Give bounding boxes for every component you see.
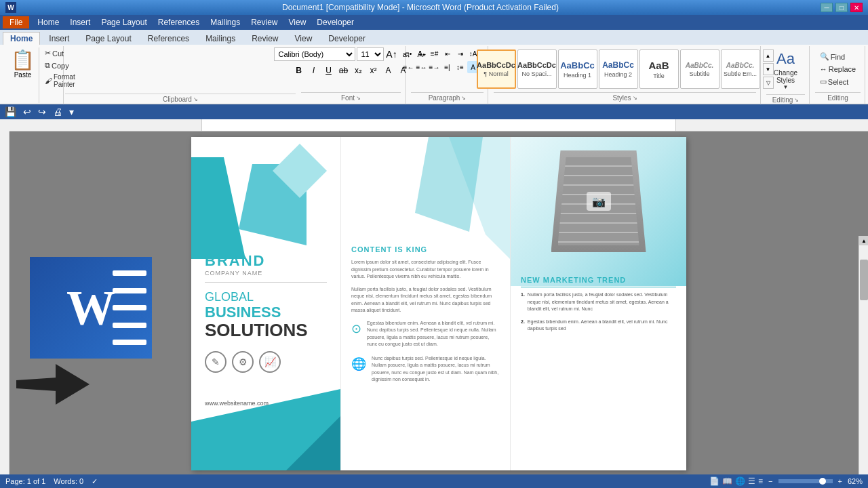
ribbon: Home Insert Page Layout References Maili… <box>0 30 868 104</box>
style-normal[interactable]: AaBbCcDc ¶ Normal <box>477 49 516 89</box>
style-title[interactable]: AaB Title <box>639 49 679 89</box>
review-tab[interactable]: Review <box>245 16 283 28</box>
ribbon-tab-home[interactable]: Home <box>3 32 40 45</box>
full-read-icon[interactable]: 📖 <box>722 476 732 486</box>
numbering-button[interactable]: 1. <box>416 47 428 60</box>
print-view-icon[interactable]: 📄 <box>709 476 719 486</box>
style-subtle-em[interactable]: AaBbCc. Subtle Em... <box>721 49 760 89</box>
references-tab[interactable]: References <box>153 16 205 28</box>
website-url: www.websitename.com <box>205 400 327 407</box>
circle-icon-3: 📈 <box>259 351 281 373</box>
ribbon-tab-developer[interactable]: Developer <box>321 32 373 45</box>
close-button[interactable]: ✕ <box>850 3 863 12</box>
highlight-button[interactable]: A <box>382 64 395 77</box>
home-tab[interactable]: Home <box>32 16 64 28</box>
qa-expand[interactable]: ▾ <box>67 106 76 117</box>
select-button[interactable]: ▭ Select <box>817 76 859 87</box>
subscript-button[interactable]: x₂ <box>352 64 366 77</box>
scroll-up-button[interactable]: ▲ <box>859 236 868 245</box>
mailings-tab[interactable]: Mailings <box>205 16 245 28</box>
list-item-2: 2. Egestas bibendum enim. Aenean a bland… <box>521 319 676 333</box>
status-left: Page: 1 of 1 Words: 0 ✓ <box>5 477 98 486</box>
align-right[interactable]: ≡→ <box>429 61 441 73</box>
editing-expand[interactable]: ↘ <box>794 97 799 103</box>
zoom-slider[interactable] <box>778 479 833 483</box>
building-image: 📷 <box>551 150 646 252</box>
spell-check-icon[interactable]: ✓ <box>92 477 98 486</box>
ribbon-tab-review[interactable]: Review <box>244 32 285 45</box>
right-deco-top: 📷 <box>511 137 686 286</box>
style-subtitle[interactable]: AaBbCc. Subtitle <box>680 49 719 89</box>
font-name-select[interactable]: Calibri (Body) <box>274 47 355 61</box>
justify[interactable]: ≡| <box>441 61 454 73</box>
save-qa-button[interactable]: 💾 <box>3 106 18 117</box>
numbered-list: 1. Nullam porta facilisis justo, a feugi… <box>521 291 676 333</box>
brand-divider <box>205 282 327 283</box>
ribbon-tab-insert[interactable]: Insert <box>41 32 77 45</box>
page-layout-tab[interactable]: Page Layout <box>96 16 152 28</box>
multilevel-button[interactable]: ≡# <box>429 47 441 60</box>
font-grow-button[interactable]: A↑ <box>385 47 399 61</box>
page-left-deco-top <box>191 137 340 259</box>
style-heading2[interactable]: AaBbCc Heading 2 <box>599 49 638 89</box>
zoom-in-button[interactable]: + <box>838 477 842 485</box>
styles-expand[interactable]: ↘ <box>633 95 637 101</box>
zoom-out-button[interactable]: − <box>768 477 772 485</box>
clipboard-expand[interactable]: ↘ <box>193 96 198 102</box>
style-no-spacing[interactable]: AaBbCcDc No Spaci... <box>517 49 557 89</box>
restore-button[interactable]: □ <box>835 3 848 12</box>
scroll-thumb[interactable] <box>860 260 868 300</box>
circle-icon-2: ⚙ <box>232 351 254 373</box>
italic-button[interactable]: I <box>307 64 321 77</box>
print-qa-button[interactable]: 🖨 <box>51 106 64 117</box>
format-painter-button[interactable]: 🖌 Format Painter <box>42 72 78 89</box>
file-menu[interactable]: File <box>3 16 29 28</box>
business-text: BUSINESS <box>205 304 327 321</box>
mid-deco-top <box>374 137 510 272</box>
underline-button[interactable]: U <box>322 64 336 77</box>
mid-item-icon-2: 🌐 <box>351 357 366 371</box>
increase-indent[interactable]: ⇥ <box>454 47 467 60</box>
cut-button[interactable]: ✂ Cut <box>42 47 78 59</box>
strikethrough-button[interactable]: ab <box>337 64 351 77</box>
replace-button[interactable]: ↔ Replace <box>817 64 859 75</box>
undo-qa-button[interactable]: ↩ <box>21 106 33 117</box>
redo-qa-button[interactable]: ↪ <box>36 106 48 117</box>
ribbon-tab-view[interactable]: View <box>288 32 320 45</box>
view-tab[interactable]: View <box>283 16 312 28</box>
align-left[interactable]: ≡← <box>403 61 415 73</box>
decrease-indent[interactable]: ⇤ <box>441 47 454 60</box>
superscript-button[interactable]: x² <box>367 64 380 77</box>
ribbon-tab-references[interactable]: References <box>140 32 197 45</box>
font-size-select[interactable]: 11 <box>357 47 384 61</box>
line-spacing[interactable]: ↕≡ <box>454 61 467 73</box>
bold-button[interactable]: B <box>292 64 306 77</box>
bullets-button[interactable]: ≡• <box>403 47 415 60</box>
view-icons: 📄 📖 🌐 ☰ ≡ <box>709 476 763 486</box>
developer-tab[interactable]: Developer <box>311 16 359 28</box>
mid-deco-2 <box>415 137 483 232</box>
change-styles-button[interactable]: Aa Change Styles ▼ <box>766 47 806 93</box>
arrow-container <box>16 364 159 405</box>
paragraph-expand[interactable]: ↘ <box>461 95 466 101</box>
insert-tab[interactable]: Insert <box>64 16 96 28</box>
find-button[interactable]: 🔍 Find <box>817 51 859 62</box>
mid-item-2: 🌐 Nunc dapibus turpis sed. Pellentesque … <box>351 355 500 384</box>
font-expand[interactable]: ↘ <box>356 95 361 101</box>
ruler-inner <box>9 119 868 131</box>
scroll-track[interactable] <box>859 245 868 476</box>
style-heading1[interactable]: AaBbCc Heading 1 <box>558 49 597 89</box>
align-center[interactable]: ≡↔ <box>416 61 428 73</box>
ribbon-tab-page-layout[interactable]: Page Layout <box>78 32 138 45</box>
outline-icon[interactable]: ☰ <box>748 476 755 486</box>
right-scrollbar[interactable]: ▲ ▼ <box>859 236 868 476</box>
web-layout-icon[interactable]: 🌐 <box>735 476 745 486</box>
paste-button[interactable]: 📋 Paste <box>7 47 39 103</box>
minimize-button[interactable]: ─ <box>821 3 833 12</box>
draft-icon[interactable]: ≡ <box>758 476 763 486</box>
word-lines <box>113 270 146 345</box>
ribbon-tab-mailings[interactable]: Mailings <box>198 32 243 45</box>
zoom-level[interactable]: 62% <box>848 477 863 485</box>
copy-button[interactable]: ⧉ Copy <box>42 60 78 71</box>
building-inner: 📷 <box>558 157 639 245</box>
